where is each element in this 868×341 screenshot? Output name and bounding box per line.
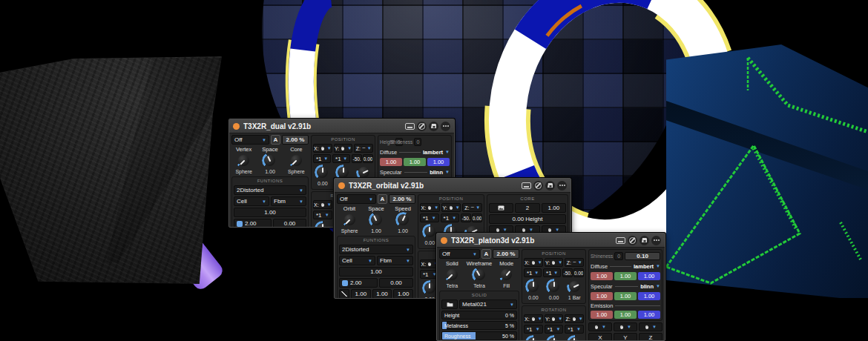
axis-map-button[interactable]: Z: ~ ▼ [565,258,584,267]
rgb-field[interactable]: 1.00 [638,292,660,300]
hand-map-button[interactable]: ▼ [614,322,637,331]
keyboard-icon[interactable] [522,182,531,189]
count-field[interactable]: 2 [515,203,539,213]
rgb-field[interactable]: 1.00 [591,272,613,280]
color-amount-field[interactable]: 2.00 [339,278,378,288]
range-min-field[interactable]: -50. [352,154,362,163]
more-icon[interactable] [441,122,450,131]
hotswap-icon[interactable] [628,236,637,245]
num-field[interactable]: 0 [414,138,421,146]
amount-field[interactable]: 2.00 % [282,135,309,145]
axis-map-button[interactable]: Z: ~ ▼ [462,203,482,212]
axis-map-button[interactable]: Z: ~ ▼ [354,144,373,153]
image-button[interactable] [489,203,513,213]
range-max-field[interactable]: 0.00 [573,268,584,277]
axis-button[interactable]: X [588,333,612,341]
main-knob[interactable]: Space 1.00 [257,146,282,175]
axis-button[interactable]: Y [614,333,637,341]
keyboard-icon[interactable] [616,237,625,244]
hotswap-icon[interactable] [417,122,427,131]
main-knob[interactable]: Orbit Sphere [337,205,362,234]
main-knob[interactable]: Solid Tetra [439,260,465,289]
specular-dropdown[interactable]: blinn [430,169,443,176]
rotation-knob[interactable]: 0.00 [545,335,564,341]
rgb-field[interactable]: 1.00 [614,311,637,319]
axis-map-button[interactable]: Y: ~ ▼ [334,144,353,153]
device-led[interactable] [441,237,447,244]
mult-dropdown[interactable]: *1▼ [543,268,561,277]
rotation-knob[interactable]: 0.00 [524,335,543,341]
rgb-field[interactable]: 1.00 [614,272,637,280]
preset-dropdown[interactable]: 2Distorted▼ [234,185,306,195]
color-swatch[interactable] [342,280,348,286]
amount-field[interactable]: 2.00 % [389,194,415,204]
texture-slider[interactable]: Height 0 % [441,311,517,320]
mult-dropdown[interactable]: *1▼ [441,213,460,222]
range-min-field[interactable]: -50. [562,268,573,277]
mult-dropdown[interactable]: *1▼ [313,211,332,219]
hotswap-icon[interactable] [533,181,543,191]
rgb-field[interactable]: 1.00 [614,292,637,300]
rgb-field[interactable]: 1.00 [638,272,660,280]
main-knob[interactable]: Core Sphere [284,146,309,175]
scale-field[interactable]: 1.00 [542,203,566,213]
shineness-value-field[interactable]: 0.10 [625,252,660,260]
value-field[interactable]: 1.00 [372,289,392,299]
position-knob[interactable]: 1 Bar [565,279,584,302]
preset-dropdown[interactable]: 2Distorted▼ [339,245,413,254]
main-knob[interactable]: Mode Fill [493,260,519,289]
save-icon[interactable] [640,236,649,245]
mult-dropdown[interactable]: *1▼ [565,325,584,334]
color-amount-field[interactable]: 2.00 [234,219,272,228]
save-icon[interactable] [545,181,555,191]
rotation-knob[interactable]: 0.00 [565,335,584,341]
diffuse-dropdown[interactable]: lambert [423,149,443,156]
amount-field[interactable]: 2.00 % [493,249,519,259]
mult-dropdown[interactable]: *1▼ [313,154,331,163]
axis-map-button[interactable]: Z: ~ ▼ [565,314,584,323]
rgb-field[interactable]: 1.00 [591,311,613,319]
mult-dropdown[interactable]: *1▼ [524,268,542,277]
texture-slider[interactable]: Metalness 5 % [441,321,517,330]
mult-dropdown[interactable]: *1▼ [524,325,543,334]
position-knob[interactable]: 0.00 [545,279,564,302]
range-max-field[interactable]: 0.00 [363,154,373,163]
specular-dropdown[interactable]: blinn [640,283,654,290]
power-dropdown[interactable]: Off▼ [231,135,269,145]
value-field[interactable]: 1.00 [393,289,413,299]
range-min-field[interactable]: -50. [461,213,471,222]
hand-map-button[interactable]: ▼ [639,322,662,331]
power-dropdown[interactable]: Off▼ [337,194,376,204]
hand-map-button[interactable]: ▼ [588,322,612,331]
save-icon[interactable] [429,122,438,131]
rgb-field[interactable]: 1.00 [380,158,402,166]
folder-button[interactable] [441,299,458,309]
main-knob[interactable]: Speed 1.00 [390,205,415,234]
rotation-knob[interactable]: 0.00 [313,221,332,228]
range-max-field[interactable]: 0.00 [472,213,482,222]
automation-button[interactable]: A [378,194,387,204]
device-led[interactable] [338,182,345,189]
keyboard-icon[interactable] [405,123,415,130]
level-field[interactable]: 1.00 [339,267,413,277]
position-knob[interactable]: 0.00 [313,165,332,188]
mult-dropdown[interactable]: *1▼ [332,154,350,163]
axis-map-button[interactable]: X: ~ ▼ [524,314,543,323]
color-swatch[interactable] [237,221,243,227]
level-field[interactable]: 1.00 [234,208,306,217]
automation-button[interactable]: A [271,135,280,145]
more-icon[interactable] [651,236,661,245]
more-icon[interactable] [557,181,567,191]
axis-map-button[interactable]: X: ~ ▼ [420,203,440,212]
axis-map-button[interactable]: Y: ~ ▼ [441,203,461,212]
axis-map-button[interactable]: X: ~ ▼ [313,144,332,153]
main-knob[interactable]: Wireframe Tetra [467,260,493,289]
rgb-field[interactable]: 1.00 [638,311,660,319]
shineness-num[interactable]: 0 [614,252,623,260]
texture-dropdown[interactable]: Metal021▼ [459,299,517,309]
axis-map-button[interactable]: X: ~ ▼ [313,200,332,209]
rgb-field[interactable]: 1.00 [427,158,450,166]
mult-dropdown[interactable]: *1▼ [545,325,564,334]
rgb-field[interactable]: 1.00 [591,292,613,300]
value-field[interactable]: 1.00 [351,289,371,299]
